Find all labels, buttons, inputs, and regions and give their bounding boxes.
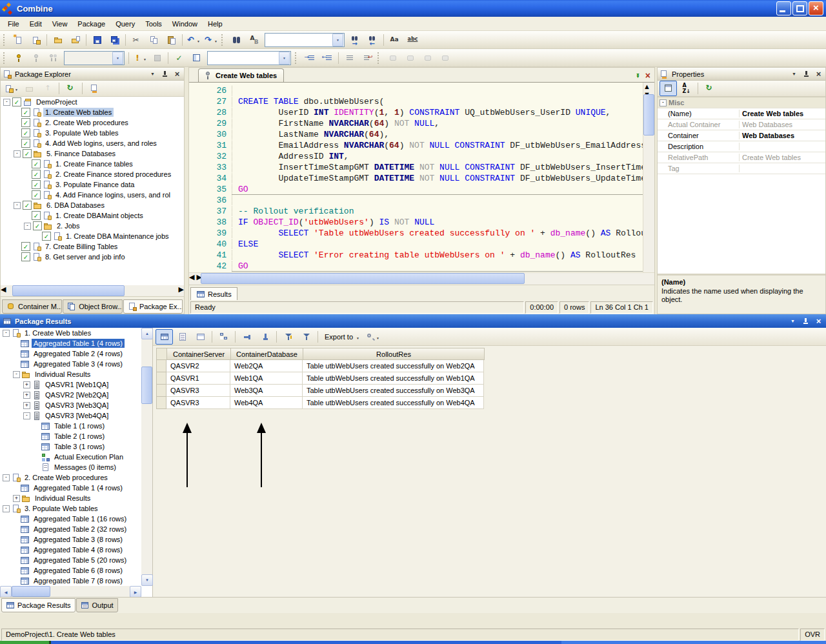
- validate-syntax-button[interactable]: [170, 50, 188, 66]
- find-next-button[interactable]: [347, 32, 364, 48]
- refresh-properties-button[interactable]: [701, 81, 718, 96]
- tree-item-qasvr3-web4qa[interactable]: QASVR3 [Web4QA]: [0, 410, 141, 421]
- column-header-rolloutres[interactable]: RolloutRes: [303, 348, 485, 360]
- tree-item-aggregated-table-1-16-rows[interactable]: Aggregated Table 1 (16 rows): [0, 514, 141, 524]
- panel-menu-icon[interactable]: [148, 70, 157, 79]
- property-row-container[interactable]: ContainerWeb Databases: [658, 130, 825, 141]
- tree-item-qasvr3-web3qa[interactable]: QASVR3 [Web3QA]: [0, 400, 141, 410]
- tree-item-qasvr2-web2qa[interactable]: QASVR2 [Web2QA]: [0, 390, 141, 400]
- property-row-actual-container[interactable]: Actual ContainerWeb Databases: [658, 119, 825, 130]
- text-view-button[interactable]: [174, 329, 191, 345]
- tree-item-aggregated-table-6-8-rows[interactable]: Aggregated Table 6 (8 rows): [0, 565, 141, 576]
- tab-container-m[interactable]: Container M...: [2, 299, 62, 314]
- tree-item-aggregated-table-2-4-rows[interactable]: Aggregated Table 2 (4 rows): [0, 348, 141, 359]
- execute-special-button[interactable]: [131, 50, 148, 66]
- previous-bookmark-button[interactable]: [419, 50, 436, 66]
- tree-item-1-create-dba-maintenance-jobs[interactable]: 1. Create DBA Maintenance jobs: [1, 231, 184, 241]
- expand-icon[interactable]: [23, 381, 30, 388]
- tree-item-aggregated-table-1-4-rows[interactable]: Aggregated Table 1 (4 rows): [0, 483, 141, 493]
- execute-button[interactable]: [10, 50, 27, 66]
- row-selector[interactable]: [156, 385, 166, 397]
- tab-package-results[interactable]: Package Results: [1, 598, 76, 612]
- checkbox-checked-icon[interactable]: [21, 242, 30, 251]
- tree-item-qasvr1-web1qa[interactable]: QASVR1 [Web1QA]: [0, 379, 141, 390]
- expand-icon[interactable]: [13, 495, 20, 502]
- menu-query[interactable]: Query: [110, 18, 140, 30]
- checkbox-checked-icon[interactable]: [21, 108, 30, 117]
- tree-item-3-populate-finance-data[interactable]: 3. Populate Finance data: [1, 179, 184, 190]
- chevron-down-icon[interactable]: [279, 52, 290, 65]
- refresh-button[interactable]: [62, 81, 79, 96]
- replace-button[interactable]: [245, 32, 263, 48]
- tree-item-5-finance-databases[interactable]: 5. Finance Databases: [1, 148, 184, 159]
- scroll-up-icon[interactable]: [643, 83, 650, 90]
- tree-item-7-create-billing-tables[interactable]: 7. Create Billing Tables: [1, 241, 184, 252]
- edit-filter-button[interactable]: [279, 329, 297, 345]
- form-view-button[interactable]: [192, 329, 209, 345]
- tree-item-demoproject[interactable]: DemoProject: [1, 97, 184, 107]
- hierarchy-view-button[interactable]: [215, 329, 232, 345]
- menu-help[interactable]: Help: [203, 18, 228, 30]
- minimize-button[interactable]: [776, 1, 791, 15]
- scroll-thumb[interactable]: [12, 285, 125, 296]
- tab-object-brow[interactable]: Object Brow...: [63, 299, 123, 314]
- collapse-icon[interactable]: [23, 412, 30, 419]
- menu-file[interactable]: File: [3, 18, 25, 30]
- checkbox-checked-icon[interactable]: [32, 211, 41, 220]
- alphabetical-view-button[interactable]: [678, 81, 695, 96]
- collapse-icon[interactable]: [3, 330, 10, 337]
- whole-word-button[interactable]: [403, 32, 421, 48]
- expand-icon[interactable]: [23, 392, 30, 399]
- editor-vscrollbar[interactable]: [643, 83, 654, 272]
- scroll-thumb[interactable]: [12, 586, 50, 597]
- package-explorer-hscrollbar[interactable]: [1, 285, 184, 296]
- new-document-button[interactable]: [10, 32, 27, 48]
- scroll-thumb[interactable]: [643, 94, 654, 136]
- tree-item-table-3-1-rows[interactable]: Table 3 (1 rows): [0, 441, 141, 452]
- pin-rows-button[interactable]: [256, 329, 274, 345]
- scroll-left-icon[interactable]: [0, 586, 12, 597]
- tree-item-1-create-finance-tables[interactable]: 1. Create Finance tables: [1, 159, 184, 169]
- expand-icon[interactable]: [23, 402, 30, 409]
- table-row[interactable]: QASVR2Web2QATable utbWebUsers created su…: [156, 360, 485, 372]
- panel-menu-icon[interactable]: [788, 317, 798, 326]
- menu-edit[interactable]: Edit: [25, 18, 47, 30]
- tree-item-aggregated-table-5-20-rows[interactable]: Aggregated Table 5 (20 rows): [0, 555, 141, 565]
- menu-window[interactable]: Window: [167, 18, 203, 30]
- menu-tools[interactable]: Tools: [140, 18, 167, 30]
- tree-item-1-create-web-tables[interactable]: 1. Create Web tables: [0, 328, 141, 338]
- close-icon[interactable]: [814, 70, 823, 79]
- property-row-description[interactable]: Description: [658, 141, 825, 152]
- results-tree-hscrollbar[interactable]: [0, 586, 141, 597]
- tree-item-aggregated-table-2-32-rows[interactable]: Aggregated Table 2 (32 rows): [0, 524, 141, 534]
- new-package-button[interactable]: [27, 32, 45, 48]
- save-all-button[interactable]: [106, 32, 123, 48]
- find-button[interactable]: [228, 32, 245, 48]
- checkbox-checked-icon[interactable]: [32, 190, 41, 199]
- column-header-containerserver[interactable]: ContainerServer: [167, 348, 231, 360]
- categorized-view-button[interactable]: [660, 81, 677, 96]
- editor-hscrollbar[interactable]: [189, 272, 654, 285]
- execute-step-button[interactable]: [27, 50, 45, 66]
- tab-results[interactable]: Results: [190, 287, 237, 300]
- cut-button[interactable]: [128, 32, 145, 48]
- collapse-icon[interactable]: [24, 223, 31, 230]
- checkbox-checked-icon[interactable]: [23, 149, 32, 158]
- copy-button[interactable]: [145, 32, 163, 48]
- restore-button[interactable]: [792, 1, 807, 15]
- paste-button[interactable]: [163, 32, 180, 48]
- match-case-button[interactable]: [386, 32, 403, 48]
- comment-lines-button[interactable]: [341, 50, 358, 66]
- move-up-button[interactable]: [39, 81, 56, 96]
- export-to-button[interactable]: Export to: [321, 329, 363, 345]
- tree-item-4-add-finance-logins-users-and-rol[interactable]: 4. Add Finance logins, users, and rol: [1, 190, 184, 200]
- scroll-thumb[interactable]: [141, 367, 152, 404]
- tree-item-table-2-1-rows[interactable]: Table 2 (1 rows): [0, 431, 141, 441]
- collapse-icon[interactable]: [3, 99, 10, 106]
- checkbox-checked-icon[interactable]: [42, 232, 51, 241]
- property-row-tag[interactable]: Tag: [658, 163, 825, 174]
- find-text-combobox[interactable]: [265, 33, 345, 47]
- tree-item-1-create-dbamaint-objects[interactable]: 1. Create DBAMaint objects: [1, 210, 184, 221]
- tree-item-1-create-web-tables[interactable]: 1. Create Web tables: [1, 107, 184, 117]
- column-header-containerdatabase[interactable]: ContainerDatabase: [231, 348, 303, 360]
